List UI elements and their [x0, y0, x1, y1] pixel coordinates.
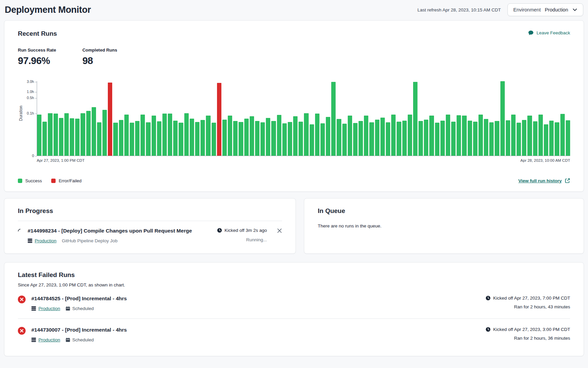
run-bar-success[interactable]: [157, 121, 161, 156]
run-bar-success[interactable]: [462, 116, 466, 156]
run-bar-success[interactable]: [146, 122, 150, 156]
run-bar-success[interactable]: [495, 121, 499, 156]
run-bar-success[interactable]: [549, 121, 554, 156]
run-bar-success[interactable]: [168, 114, 172, 156]
run-bar-success[interactable]: [260, 122, 265, 156]
run-bar-success[interactable]: [380, 118, 385, 156]
run-bar-success[interactable]: [566, 120, 570, 156]
run-bar-success[interactable]: [435, 123, 439, 156]
run-bar-success[interactable]: [184, 113, 189, 156]
run-bar-success[interactable]: [70, 118, 74, 156]
run-bar-success[interactable]: [331, 82, 336, 156]
run-bar-success[interactable]: [348, 116, 352, 156]
run-bar-success[interactable]: [533, 121, 537, 156]
run-bar-success[interactable]: [162, 114, 167, 156]
run-name-link[interactable]: #144730007 - [Prod] Incremental - 4hrs: [31, 327, 480, 333]
run-bar-success[interactable]: [446, 115, 450, 156]
run-bar-success[interactable]: [326, 117, 330, 156]
run-bar-success[interactable]: [429, 116, 434, 156]
run-bar-success[interactable]: [212, 123, 216, 156]
environment-link[interactable]: Production: [31, 306, 60, 311]
run-bar-error[interactable]: [217, 83, 221, 156]
run-bar-success[interactable]: [451, 122, 456, 156]
run-bar-success[interactable]: [97, 122, 101, 156]
run-bar-success[interactable]: [222, 120, 227, 156]
run-bar-success[interactable]: [179, 123, 183, 156]
run-bar-success[interactable]: [152, 116, 156, 156]
run-bar-success[interactable]: [386, 122, 390, 156]
run-bar-success[interactable]: [304, 113, 308, 156]
close-icon[interactable]: [277, 228, 282, 235]
run-bar-success[interactable]: [517, 123, 521, 156]
run-bar-success[interactable]: [468, 121, 472, 156]
run-bar-success[interactable]: [271, 121, 276, 156]
run-bar-success[interactable]: [42, 122, 47, 156]
run-bar-success[interactable]: [369, 122, 374, 156]
run-bar-success[interactable]: [544, 124, 548, 156]
run-bar-success[interactable]: [135, 121, 140, 156]
run-bar-success[interactable]: [173, 121, 178, 156]
run-name-link[interactable]: #144784525 - [Prod] Incremental - 4hrs: [31, 296, 480, 302]
run-bar-success[interactable]: [119, 120, 123, 156]
environment-link[interactable]: Production: [31, 337, 60, 342]
run-bar-success[interactable]: [81, 113, 85, 156]
run-bar-error[interactable]: [108, 83, 112, 156]
run-name-link[interactable]: #144998234 - [Deploy] Compile Changes up…: [28, 228, 212, 234]
run-bar-success[interactable]: [506, 120, 510, 156]
run-bar-success[interactable]: [315, 114, 319, 156]
leave-feedback-link[interactable]: Leave Feedback: [528, 30, 570, 36]
run-bar-success[interactable]: [54, 114, 58, 156]
run-bar-success[interactable]: [141, 115, 145, 156]
environment-link[interactable]: Production: [28, 238, 57, 243]
run-bar-success[interactable]: [195, 122, 199, 156]
run-bar-success[interactable]: [342, 124, 347, 156]
run-bar-success[interactable]: [293, 116, 298, 156]
run-bar-success[interactable]: [277, 115, 281, 156]
run-bar-success[interactable]: [255, 121, 259, 156]
run-bar-success[interactable]: [37, 115, 41, 156]
run-bar-success[interactable]: [130, 123, 134, 156]
run-bar-success[interactable]: [511, 115, 516, 156]
run-bar-success[interactable]: [320, 123, 325, 156]
run-bar-success[interactable]: [457, 115, 461, 156]
run-bar-success[interactable]: [538, 115, 543, 156]
run-bar-success[interactable]: [102, 110, 107, 156]
run-bar-success[interactable]: [364, 116, 368, 156]
run-bar-success[interactable]: [64, 113, 69, 156]
run-bar-success[interactable]: [484, 119, 488, 156]
environment-dropdown[interactable]: Environment Production: [507, 3, 583, 16]
run-bar-success[interactable]: [402, 121, 407, 156]
run-bar-success[interactable]: [310, 124, 314, 156]
run-bar-success[interactable]: [522, 120, 526, 156]
run-bar-success[interactable]: [419, 121, 423, 156]
run-bar-success[interactable]: [478, 115, 483, 156]
run-bar-success[interactable]: [75, 119, 80, 156]
run-bar-success[interactable]: [228, 116, 232, 156]
run-bar-success[interactable]: [391, 115, 396, 156]
run-bar-success[interactable]: [59, 118, 63, 156]
run-bar-success[interactable]: [233, 121, 238, 156]
run-bar-success[interactable]: [337, 119, 341, 156]
run-bar-success[interactable]: [92, 107, 96, 156]
run-bar-success[interactable]: [48, 113, 52, 156]
run-bar-success[interactable]: [473, 122, 477, 156]
view-full-run-history-link[interactable]: View full run history: [518, 178, 570, 183]
run-bar-success[interactable]: [500, 81, 505, 156]
run-bar-success[interactable]: [266, 118, 270, 156]
run-bar-success[interactable]: [124, 115, 129, 156]
run-bar-success[interactable]: [359, 121, 363, 156]
run-bar-success[interactable]: [190, 119, 194, 156]
run-bar-success[interactable]: [113, 123, 118, 156]
run-bar-success[interactable]: [206, 116, 210, 156]
run-bar-success[interactable]: [408, 115, 412, 156]
run-bar-success[interactable]: [299, 122, 303, 156]
run-bar-success[interactable]: [239, 122, 243, 156]
run-bar-success[interactable]: [560, 114, 565, 156]
run-bar-success[interactable]: [244, 119, 249, 156]
run-bar-success[interactable]: [424, 120, 428, 156]
run-bar-success[interactable]: [397, 122, 401, 156]
run-bar-success[interactable]: [282, 123, 287, 156]
run-bar-success[interactable]: [200, 120, 205, 156]
run-bar-success[interactable]: [250, 116, 254, 156]
run-bar-success[interactable]: [440, 121, 445, 156]
